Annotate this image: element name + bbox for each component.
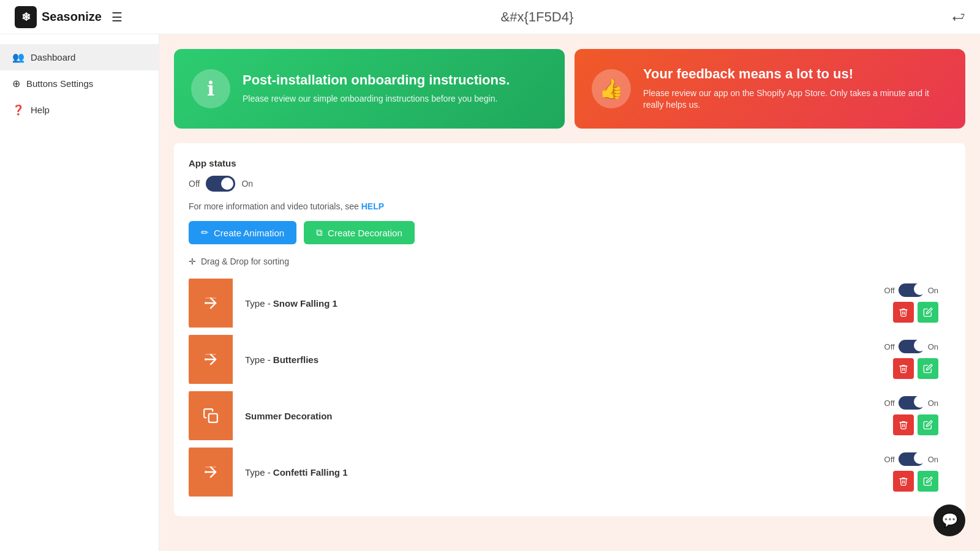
app-layout: 👥 Dashboard ⊕ Buttons Settings ❓ Help ℹ … <box>0 34 980 551</box>
item-btn-row-butterflies <box>893 358 938 379</box>
item-toggle-row-confetti-falling-1: Off On <box>884 452 938 466</box>
onboarding-banner[interactable]: ℹ Post-installation onboarding instructi… <box>174 49 565 129</box>
app-status-label: App status <box>189 158 951 168</box>
delete-button-summer-decoration[interactable] <box>893 414 914 435</box>
item-toggle-snow-falling-1[interactable] <box>899 283 924 297</box>
main-content: ℹ Post-installation onboarding instructi… <box>159 34 980 551</box>
logout-icon[interactable]: &#x{1F5D4} <box>501 9 574 25</box>
toggle-slider <box>206 176 235 192</box>
item-icon-confetti-falling-1 <box>189 448 233 497</box>
item-toggle-row-snow-falling-1: Off On <box>884 283 938 297</box>
create-decoration-icon: ⧉ <box>316 227 323 238</box>
svg-point-4 <box>205 358 207 361</box>
svg-rect-6 <box>209 414 217 422</box>
items-list: Type - Snow Falling 1 Off On <box>189 276 951 499</box>
feedback-icon: 👍 <box>592 69 631 108</box>
item-body-confetti-falling-1: Type - Confetti Falling 1 <box>233 457 872 487</box>
item-toggle-row-butterflies: Off On <box>884 340 938 353</box>
item-btn-row-confetti-falling-1 <box>893 471 938 492</box>
on-label: On <box>241 179 253 189</box>
svg-point-8 <box>205 471 207 473</box>
help-link[interactable]: HELP <box>361 201 384 211</box>
item-on-label: On <box>928 342 938 351</box>
sidebar-item-help-label: Help <box>31 105 50 115</box>
sidebar-item-help[interactable]: ❓ Help <box>0 97 159 123</box>
create-animation-icon: ✏ <box>201 227 209 238</box>
buttons-settings-icon: ⊕ <box>12 78 20 89</box>
onboarding-text: Post-installation onboarding instruction… <box>243 72 510 105</box>
item-body-summer-decoration: Summer Decoration <box>233 401 872 431</box>
chat-icon: 💬 <box>941 512 958 528</box>
onboarding-description: Please review our simple onboarding inst… <box>243 93 510 105</box>
edit-button-confetti-falling-1[interactable] <box>918 471 938 492</box>
item-body-butterflies: Type - Butterflies <box>233 345 872 375</box>
item-controls-butterflies: Off On <box>872 332 951 386</box>
item-on-label: On <box>928 286 938 295</box>
feedback-title: Your feedback means a lot to us! <box>643 66 948 82</box>
onboarding-icon: ℹ <box>191 69 230 108</box>
sidebar-item-buttons-settings[interactable]: ⊕ Buttons Settings <box>0 70 159 97</box>
feedback-description: Please review our app on the Shopify App… <box>643 88 948 111</box>
app-status-card: App status Off On For more information a… <box>174 143 965 516</box>
item-icon-snow-falling-1 <box>189 279 233 328</box>
delete-button-butterflies[interactable] <box>893 358 914 379</box>
app-status-toggle-row: Off On <box>189 176 951 192</box>
item-controls-summer-decoration: Off On <box>872 389 951 443</box>
svg-point-1 <box>205 302 207 304</box>
feedback-text: Your feedback means a lot to us! Please … <box>643 66 948 111</box>
drag-drop-label: ✛ Drag & Drop for sorting <box>189 257 951 266</box>
item-off-label: Off <box>884 455 895 464</box>
delete-button-confetti-falling-1[interactable] <box>893 471 914 492</box>
logo-icon: ❄ <box>15 6 37 28</box>
dashboard-icon: 👥 <box>12 51 24 63</box>
create-decoration-button[interactable]: ⧉ Create Decoration <box>304 221 415 244</box>
list-item: Type - Butterflies Off On <box>189 332 951 386</box>
logo: ❄ Seasonize <box>15 6 102 28</box>
action-buttons: ✏ Create Animation ⧉ Create Decoration <box>189 221 951 244</box>
help-icon: ❓ <box>12 104 24 116</box>
item-off-label: Off <box>884 342 895 351</box>
chat-bubble[interactable]: 💬 <box>933 504 965 536</box>
item-controls-confetti-falling-1: Off On <box>872 445 951 499</box>
edit-button-butterflies[interactable] <box>918 358 938 379</box>
item-off-label: Off <box>884 286 895 295</box>
logout-button[interactable]: ⮐ <box>952 9 965 25</box>
feedback-banner[interactable]: 👍 Your feedback means a lot to us! Pleas… <box>575 49 965 129</box>
item-on-label: On <box>928 455 938 464</box>
off-label: Off <box>189 179 200 189</box>
item-btn-row-summer-decoration <box>893 414 938 435</box>
list-item: Type - Snow Falling 1 Off On <box>189 276 951 330</box>
item-btn-row-snow-falling-1 <box>893 302 938 323</box>
list-item: Summer Decoration Off On <box>189 389 951 443</box>
item-off-label: Off <box>884 399 895 408</box>
create-animation-button[interactable]: ✏ Create Animation <box>189 221 296 244</box>
header-left: ❄ Seasonize ☰ <box>15 6 123 28</box>
drag-icon: ✛ <box>189 257 196 266</box>
sidebar-item-dashboard-label: Dashboard <box>31 52 75 62</box>
info-text: For more information and video tutorials… <box>189 201 951 211</box>
hamburger-menu[interactable]: ☰ <box>111 10 123 24</box>
item-toggle-row-summer-decoration: Off On <box>884 396 938 410</box>
edit-button-snow-falling-1[interactable] <box>918 302 938 323</box>
item-icon-butterflies <box>189 335 233 384</box>
sidebar-item-buttons-settings-label: Buttons Settings <box>26 78 93 89</box>
item-on-label: On <box>928 399 938 408</box>
header: ❄ Seasonize ☰ &#x{1F5D4} ⮐ <box>0 0 980 34</box>
banners: ℹ Post-installation onboarding instructi… <box>174 49 965 129</box>
item-toggle-confetti-falling-1[interactable] <box>899 452 924 466</box>
edit-button-summer-decoration[interactable] <box>918 414 938 435</box>
item-body-snow-falling-1: Type - Snow Falling 1 <box>233 288 872 318</box>
item-toggle-butterflies[interactable] <box>899 340 924 353</box>
sidebar-item-dashboard[interactable]: 👥 Dashboard <box>0 44 159 70</box>
item-icon-summer-decoration <box>189 391 233 440</box>
onboarding-title: Post-installation onboarding instruction… <box>243 72 510 88</box>
list-item: Type - Confetti Falling 1 Off On <box>189 445 951 499</box>
logo-text: Seasonize <box>42 10 102 24</box>
delete-button-snow-falling-1[interactable] <box>893 302 914 323</box>
item-toggle-summer-decoration[interactable] <box>899 396 924 410</box>
sidebar: 👥 Dashboard ⊕ Buttons Settings ❓ Help <box>0 34 159 551</box>
app-status-toggle[interactable] <box>206 176 235 192</box>
item-controls-snow-falling-1: Off On <box>872 276 951 330</box>
